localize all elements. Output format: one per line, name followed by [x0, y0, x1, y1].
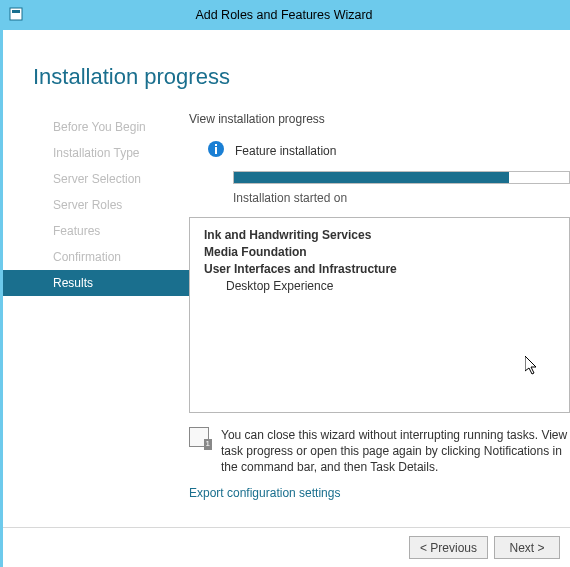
page-heading: Installation progress: [3, 30, 570, 90]
export-config-link[interactable]: Export configuration settings: [189, 486, 340, 500]
wizard-nav: Before You Begin Installation Type Serve…: [3, 110, 189, 500]
feature-item: User Interfaces and Infrastructure: [204, 262, 555, 276]
nav-before-you-begin: Before You Begin: [3, 114, 189, 140]
tip-row: You can close this wizard without interr…: [189, 427, 570, 476]
feature-item: Ink and Handwriting Services: [204, 228, 555, 242]
flag-icon: [189, 427, 209, 447]
svg-rect-3: [215, 144, 217, 146]
nav-server-selection: Server Selection: [3, 166, 189, 192]
svg-rect-0: [10, 8, 22, 20]
client-area: Installation progress Before You Begin I…: [0, 30, 570, 567]
feature-row: Feature installation: [189, 140, 570, 161]
svg-rect-4: [215, 147, 217, 154]
previous-button[interactable]: < Previous: [409, 536, 488, 559]
progress-fill: [234, 172, 509, 183]
nav-features: Features: [3, 218, 189, 244]
section-label: View installation progress: [189, 112, 570, 126]
feature-subitem: Desktop Experience: [204, 279, 555, 293]
progress-bar: [233, 171, 570, 184]
nav-results[interactable]: Results: [3, 270, 189, 296]
window-title: Add Roles and Features Wizard: [32, 8, 562, 22]
nav-installation-type: Installation Type: [3, 140, 189, 166]
tip-text: You can close this wizard without interr…: [221, 427, 570, 476]
titlebar: Add Roles and Features Wizard: [0, 0, 570, 30]
body: Before You Begin Installation Type Serve…: [3, 110, 570, 500]
nav-server-roles: Server Roles: [3, 192, 189, 218]
button-bar: < Previous Next >: [3, 527, 570, 567]
info-icon: [207, 140, 225, 161]
feature-item: Media Foundation: [204, 245, 555, 259]
feature-label: Feature installation: [235, 144, 336, 158]
nav-confirmation: Confirmation: [3, 244, 189, 270]
progress-text: Installation started on: [233, 191, 570, 205]
main-panel: View installation progress Feature insta…: [189, 110, 570, 500]
svg-rect-1: [12, 10, 20, 13]
app-icon: [8, 6, 24, 25]
progress-area: Installation started on: [189, 171, 570, 205]
next-button[interactable]: Next >: [494, 536, 560, 559]
feature-list: Ink and Handwriting Services Media Found…: [189, 217, 570, 413]
